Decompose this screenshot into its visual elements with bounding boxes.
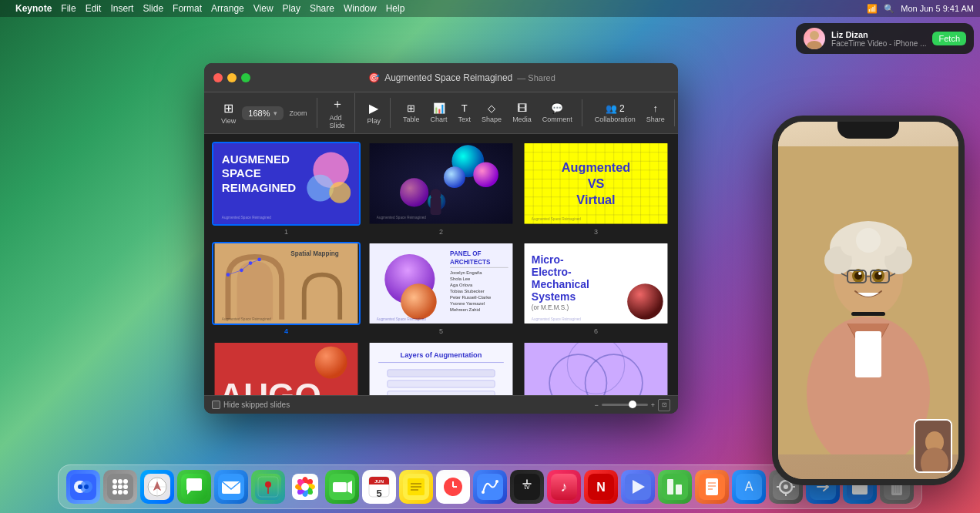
menu-format[interactable]: Format <box>173 3 202 14</box>
dock-appletv[interactable]: tv <box>510 470 544 504</box>
menu-slide[interactable]: Slide <box>143 3 163 14</box>
svg-point-0 <box>810 31 819 40</box>
maximize-button[interactable] <box>241 73 250 82</box>
dock-launchpad[interactable] <box>103 470 137 504</box>
slide-4-inner: Spatial Mapping Augmented Space Reimagin… <box>212 242 361 326</box>
zoom-track <box>602 404 648 406</box>
slide-3-inner: Augmented VS Virtual Augmented Space Rei… <box>522 142 670 226</box>
svg-text:♪: ♪ <box>561 479 568 495</box>
dock-notes[interactable] <box>399 470 433 504</box>
slide-thumb-6[interactable]: Micro- Electro- Mechanical Systems (or M… <box>522 242 670 336</box>
iphone-notch <box>837 122 899 139</box>
statusbar-right: − + ⊡ <box>594 399 670 411</box>
svg-text:Spatial Mapping: Spatial Mapping <box>290 250 338 257</box>
dock-facetime[interactable] <box>325 470 359 504</box>
dock-keynote[interactable] <box>621 470 655 504</box>
menu-view[interactable]: View <box>253 3 274 14</box>
menu-share[interactable]: Share <box>310 3 334 14</box>
toolbar-text[interactable]: T Text <box>454 99 476 126</box>
menubar: Keynote File Edit Insert Slide Format Ar… <box>0 0 980 17</box>
dock-finder[interactable] <box>66 470 100 504</box>
window-title-area: 🎯 Augmented Space Reimagined — Shared <box>255 72 669 83</box>
dock-mail[interactable] <box>214 470 248 504</box>
slide-thumb-3[interactable]: Augmented VS Virtual Augmented Space Rei… <box>522 142 670 236</box>
svg-rect-41 <box>431 197 441 215</box>
dock-calendar[interactable]: 5 JUN <box>362 470 396 504</box>
dock-reminders[interactable] <box>436 470 470 504</box>
toolbar-media[interactable]: 🎞 Media <box>508 99 536 126</box>
facetime-fetch-button[interactable]: Fetch <box>932 32 966 45</box>
svg-point-11 <box>856 228 881 253</box>
keynote-window: 🎯 Augmented Space Reimagined — Shared ⊞ … <box>204 63 678 414</box>
menu-play[interactable]: Play <box>283 3 300 14</box>
dock-news[interactable]: N <box>584 470 618 504</box>
close-button[interactable] <box>213 73 223 82</box>
add-slide-label: Add Slide <box>330 114 345 129</box>
svg-point-33 <box>329 182 351 203</box>
toolbar-comment[interactable]: 💬 Comment <box>538 99 577 126</box>
dock-messages[interactable] <box>177 470 211 504</box>
slide-number-4: 4 <box>212 327 361 335</box>
svg-rect-193 <box>706 478 718 495</box>
chart-icon: 📊 <box>433 102 445 114</box>
facetime-name: Liz Dizan <box>831 30 926 39</box>
svg-point-180 <box>495 480 498 483</box>
menu-insert[interactable]: Insert <box>110 3 133 14</box>
svg-text:Augmented Space Reimagined: Augmented Space Reimagined <box>377 317 426 320</box>
slide-thumb-8[interactable]: Layers of Augmentation Augmented Space R… <box>367 341 515 395</box>
menu-help[interactable]: Help <box>386 3 405 14</box>
svg-point-133 <box>123 484 128 489</box>
toolbar-play[interactable]: ▶ Play <box>363 98 386 128</box>
dock-safari[interactable] <box>140 470 174 504</box>
hide-skipped-area[interactable]: Hide skipped slides <box>212 401 290 409</box>
toolbar-chart[interactable]: 📊 Chart <box>426 99 452 126</box>
dock-numbers[interactable] <box>658 470 692 504</box>
dock-music[interactable]: ♪ <box>547 470 581 504</box>
slide-thumb-2[interactable]: Augmented Space Reimagined 2 <box>367 142 515 236</box>
zoom-out-icon[interactable]: − <box>594 401 598 409</box>
slide-thumb-5[interactable]: PANEL OF ARCHITECTS Jocelyn Engaña Shola… <box>367 242 515 336</box>
minimize-button[interactable] <box>227 73 237 82</box>
slide-thumb-9[interactable]: AUGMENTED VIRTUAL Augmented Space Reimag… <box>522 341 670 395</box>
menu-window[interactable]: Window <box>344 3 377 14</box>
dock-appstore[interactable]: A <box>732 470 766 504</box>
slide-1-content: AUGMENED SPACE REIMAGINED Augmented Spac… <box>213 143 359 224</box>
toolbar-share[interactable]: ↑ Share <box>642 99 670 126</box>
svg-point-134 <box>112 490 117 495</box>
zoom-slider[interactable] <box>602 404 648 406</box>
svg-text:AUGMENED: AUGMENED <box>222 153 290 166</box>
svg-point-37 <box>473 162 498 187</box>
menu-file[interactable]: File <box>61 3 76 14</box>
slide-thumb-1[interactable]: AUGMENED SPACE REIMAGINED Augmented Spac… <box>212 142 361 236</box>
zoom-in-icon[interactable]: + <box>651 401 655 409</box>
svg-point-132 <box>118 484 123 489</box>
dock-photos[interactable] <box>288 470 322 504</box>
toolbar-zoom[interactable]: Zoom <box>285 106 312 120</box>
menu-edit[interactable]: Edit <box>86 3 102 14</box>
keynote-content: AUGMENED SPACE REIMAGINED Augmented Spac… <box>204 134 678 414</box>
shape-label: Shape <box>482 116 502 123</box>
toolbar-shape[interactable]: ◇ Shape <box>477 99 506 126</box>
slide-thumb-7[interactable]: AUGO Augmented Space Reimagined 7 <box>212 341 361 395</box>
svg-text:JUN: JUN <box>374 479 384 484</box>
slide-5-inner: PANEL OF ARCHITECTS Jocelyn Engaña Shola… <box>367 242 515 326</box>
app-name[interactable]: Keynote <box>15 3 52 14</box>
zoom-control[interactable]: 168% ▾ <box>242 106 283 120</box>
menubar-left: Keynote File Edit Insert Slide Format Ar… <box>6 3 404 14</box>
hide-skipped-checkbox[interactable] <box>212 401 220 409</box>
shape-icon: ◇ <box>488 102 495 114</box>
dock-pages[interactable] <box>695 470 729 504</box>
svg-point-159 <box>301 483 309 491</box>
traffic-lights <box>213 73 250 82</box>
slide-6-inner: Micro- Electro- Mechanical Systems (or M… <box>522 242 670 326</box>
dock-freeform[interactable] <box>473 470 507 504</box>
toolbar-add-slide[interactable]: ＋ Add Slide <box>325 93 350 132</box>
fit-button[interactable]: ⊡ <box>658 399 670 411</box>
slide-thumb-4[interactable]: Spatial Mapping Augmented Space Reimagin… <box>212 242 361 336</box>
search-icon[interactable]: 🔍 <box>884 4 894 14</box>
menu-arrange[interactable]: Arrange <box>211 3 244 14</box>
toolbar-collaboration[interactable]: 👥 2 Collaboration <box>590 100 640 126</box>
toolbar-table[interactable]: ⊞ Table <box>398 99 425 126</box>
toolbar-view[interactable]: ⊞ View <box>216 98 240 128</box>
dock-maps[interactable] <box>251 470 285 504</box>
